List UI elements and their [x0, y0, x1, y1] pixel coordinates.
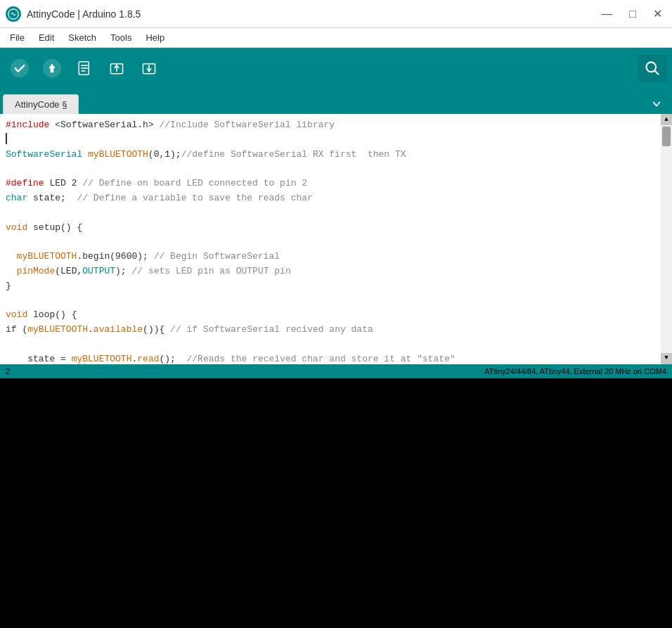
scroll-up-button[interactable]: ▲ — [661, 114, 672, 125]
save-button[interactable] — [135, 54, 163, 82]
title-bar: AttinyCode | Arduino 1.8.5 — □ ✕ — [0, 0, 672, 28]
code-line-10: myBLUETOOTH.begin(9600); // Begin Softwa… — [6, 250, 658, 264]
menu-file[interactable]: File — [3, 31, 32, 44]
code-line-13 — [6, 294, 658, 309]
open-button[interactable] — [103, 54, 131, 82]
svg-rect-4 — [51, 68, 54, 72]
close-button[interactable]: ✕ — [649, 6, 666, 22]
code-line-12: } — [6, 279, 658, 294]
code-line-9 — [6, 235, 658, 250]
upload-button[interactable] — [38, 54, 66, 82]
arduino-logo-icon — [6, 6, 21, 22]
search-button[interactable] — [638, 54, 666, 82]
scroll-down-button[interactable]: ▼ — [661, 353, 672, 364]
code-line-4 — [6, 162, 658, 177]
active-tab[interactable]: AttinyCode § — [3, 94, 79, 114]
code-line-11: pinMode(LED,OUTPUT); // sets LED pin as … — [6, 264, 658, 279]
minimize-button[interactable]: — — [597, 6, 616, 22]
maximize-button[interactable]: □ — [625, 6, 640, 22]
menu-sketch[interactable]: Sketch — [61, 31, 103, 44]
window-controls: — □ ✕ — [597, 6, 666, 22]
code-line-8: void setup() { — [6, 221, 658, 236]
tab-dropdown-button[interactable] — [647, 94, 666, 114]
board-info: ATtiny24/44/84, ATtiny44, External 20 MH… — [484, 367, 666, 376]
line-number: 2 — [6, 367, 10, 376]
code-line-5: #define LED 2 // Define on board LED con… — [6, 177, 658, 191]
code-line-17: state = myBLUETOOTH.read(); //Reads the … — [6, 352, 658, 364]
code-line-15: if (myBLUETOOTH.available()){ // if Soft… — [6, 323, 658, 338]
code-line-16 — [6, 338, 658, 352]
code-line-1: #include <SoftwareSerial.h> //Include So… — [6, 118, 658, 133]
vertical-scrollbar[interactable]: ▲ ▼ — [661, 114, 672, 364]
scroll-thumb[interactable] — [662, 127, 671, 146]
tab-bar: AttinyCode § — [0, 89, 672, 114]
menu-bar: File Edit Sketch Tools Help — [0, 28, 672, 48]
code-editor[interactable]: #include <SoftwareSerial.h> //Include So… — [0, 114, 672, 364]
status-bar: 2 ATtiny24/44/84, ATtiny44, External 20 … — [0, 364, 672, 378]
menu-tools[interactable]: Tools — [103, 31, 138, 44]
code-line-cursor: ​ — [6, 133, 658, 148]
menu-edit[interactable]: Edit — [32, 31, 61, 44]
app-title: AttinyCode | Arduino 1.8.5 — [27, 8, 141, 20]
svg-point-1 — [11, 60, 29, 77]
code-content: #include <SoftwareSerial.h> //Include So… — [0, 114, 672, 364]
new-button[interactable] — [70, 54, 98, 82]
code-line-3: SoftwareSerial myBLUETOOTH(0,1);//define… — [6, 148, 658, 162]
code-line-7 — [6, 206, 658, 221]
title-left: AttinyCode | Arduino 1.8.5 — [6, 6, 141, 22]
verify-button[interactable] — [6, 54, 34, 82]
menu-help[interactable]: Help — [138, 31, 172, 44]
code-line-14: void loop() { — [6, 308, 658, 323]
code-line-6: char state; // Define a variable to save… — [6, 191, 658, 206]
toolbar — [0, 48, 672, 89]
svg-line-14 — [654, 70, 658, 74]
console-area — [0, 378, 672, 629]
app-window: AttinyCode | Arduino 1.8.5 — □ ✕ File Ed… — [0, 0, 672, 628]
toolbar-buttons — [6, 54, 163, 82]
